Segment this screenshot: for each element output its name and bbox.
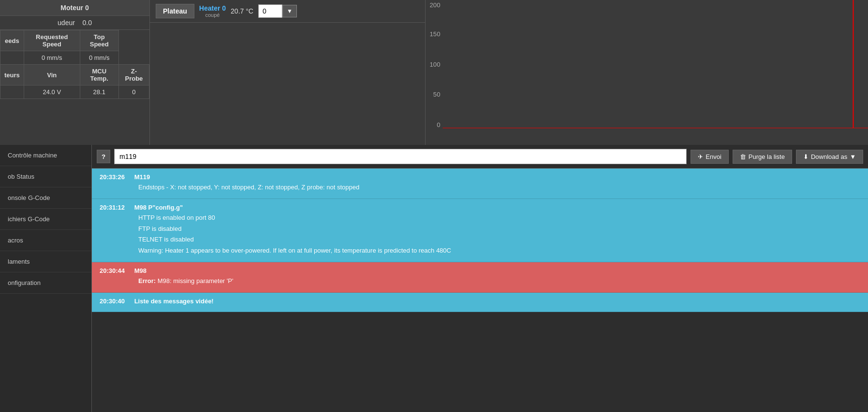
msg-cmd-3: M98 bbox=[134, 267, 147, 274]
msg-block-videe: 20:30:40 Liste des messages vidée! bbox=[92, 293, 868, 312]
msg-cmd-4: Liste des messages vidée! bbox=[134, 298, 214, 305]
heater-bar: Plateau Heater 0 coupé 20.7 °C ▼ bbox=[150, 0, 425, 23]
sidebar-item-configuration[interactable]: onfiguration bbox=[0, 272, 91, 294]
msg-header-m98-error: 20:30:44 M98 bbox=[100, 267, 860, 274]
msg-detail-3: Error: M98: missing parameter 'P' bbox=[100, 276, 860, 286]
purge-button[interactable]: 🗑 Purge la liste bbox=[733, 150, 792, 164]
sidebar-item-job-status[interactable]: ob Status bbox=[0, 166, 91, 187]
sensors-col-label: teurs bbox=[0, 65, 24, 85]
msg-time-1: 20:33:26 bbox=[100, 173, 125, 181]
sidebar-item-filaments[interactable]: laments bbox=[0, 251, 91, 272]
command-input[interactable] bbox=[114, 149, 687, 164]
sidebar-item-fichiers-gcode[interactable]: ichiers G-Code bbox=[0, 209, 91, 230]
msg-detail-line-2b: FTP is disabled bbox=[138, 224, 860, 234]
heater-setpoint-input[interactable] bbox=[258, 4, 282, 18]
heater-dropdown-button[interactable]: ▼ bbox=[282, 5, 297, 17]
requested-speed-val: 0 mm/s bbox=[24, 51, 80, 65]
heater-label: Heater 0 coupé bbox=[199, 4, 226, 18]
left-panel: Moteur 0 udeur 0.0 eeds Requested Speed … bbox=[0, 0, 150, 145]
msg-cmd-1: M119 bbox=[134, 173, 150, 181]
msg-detail-2: HTTP is enabled on port 80 FTP is disabl… bbox=[100, 213, 860, 256]
middle-top: Plateau Heater 0 coupé 20.7 °C ▼ bbox=[150, 0, 426, 145]
plateau-button[interactable]: Plateau bbox=[156, 4, 194, 18]
msg-time-3: 20:30:44 bbox=[100, 267, 125, 274]
svg-text:100: 100 bbox=[429, 61, 440, 68]
msg-detail-1: Endstops - X: not stopped, Y: not stoppe… bbox=[100, 183, 860, 193]
download-icon: ⬇ bbox=[803, 153, 809, 160]
error-label: Error: bbox=[138, 277, 156, 284]
main-bottom: Contrôle machine ob Status onsole G-Code… bbox=[0, 145, 868, 412]
heater-temp: 20.7 °C bbox=[231, 7, 253, 15]
error-msg: M98: missing parameter 'P' bbox=[158, 277, 234, 284]
send-icon: ✈ bbox=[698, 153, 703, 160]
msg-header-m98-config: 20:31:12 M98 P"config.g" bbox=[100, 204, 860, 211]
svg-text:200: 200 bbox=[429, 1, 440, 9]
chart-area: 200 150 100 50 0 bbox=[426, 0, 868, 145]
msg-header-videe: 20:30:40 Liste des messages vidée! bbox=[100, 298, 860, 305]
msg-detail-line-2c: TELNET is disabled bbox=[138, 235, 860, 245]
heater-input-group: ▼ bbox=[258, 4, 297, 18]
sidebar-item-macros[interactable]: acros bbox=[0, 230, 91, 251]
motor-value: udeur 0.0 bbox=[0, 16, 149, 30]
motor-zero-value: 0.0 bbox=[82, 19, 91, 27]
msg-time-4: 20:30:40 bbox=[100, 298, 125, 305]
msg-detail-line-2d: Warning: Heater 1 appears to be over-pow… bbox=[138, 246, 860, 256]
msg-block-m119: 20:33:26 M119 Endstops - X: not stopped,… bbox=[92, 169, 868, 199]
vin-header: Vin bbox=[24, 65, 80, 85]
heater-name: Heater 0 bbox=[199, 4, 226, 12]
speeds-row-empty bbox=[0, 51, 24, 65]
envoi-button[interactable]: ✈ Envoi bbox=[691, 150, 729, 164]
trash-icon: 🗑 bbox=[740, 153, 746, 160]
svg-text:50: 50 bbox=[433, 91, 441, 98]
msg-time-2: 20:31:12 bbox=[100, 204, 125, 211]
vin-val: 24.0 V bbox=[24, 85, 80, 99]
sidebar: Contrôle machine ob Status onsole G-Code… bbox=[0, 145, 92, 412]
sidebar-item-console-gcode[interactable]: onsole G-Code bbox=[0, 187, 91, 209]
chevron-down-icon: ▼ bbox=[850, 153, 856, 160]
msg-block-m98-error: 20:30:44 M98 Error: M98: missing paramet… bbox=[92, 262, 868, 293]
console-area: ? ✈ Envoi 🗑 Purge la liste ⬇ Download as… bbox=[92, 145, 868, 412]
speeds-table: eeds Requested Speed Top Speed 0 mm/s 0 … bbox=[0, 30, 149, 99]
mcu-header: MCU Temp. bbox=[80, 65, 118, 85]
zprobe-header: Z-Probe bbox=[118, 65, 149, 85]
mcu-val: 28.1 bbox=[80, 85, 118, 99]
speeds-col-label: eeds bbox=[0, 30, 24, 51]
console-messages: 20:33:26 M119 Endstops - X: not stopped,… bbox=[92, 169, 868, 412]
udeur-label: udeur bbox=[58, 19, 75, 27]
svg-text:0: 0 bbox=[437, 121, 440, 128]
top-speed-val: 0 mm/s bbox=[80, 51, 118, 65]
msg-error-line: Error: M98: missing parameter 'P' bbox=[138, 276, 860, 286]
svg-text:150: 150 bbox=[429, 30, 440, 38]
sidebar-item-controle[interactable]: Contrôle machine bbox=[0, 145, 91, 166]
msg-detail-line-2a: HTTP is enabled on port 80 bbox=[138, 213, 860, 223]
heater-sub: coupé bbox=[205, 12, 220, 18]
command-bar: ? ✈ Envoi 🗑 Purge la liste ⬇ Download as… bbox=[92, 145, 868, 169]
msg-cmd-2: M98 P"config.g" bbox=[134, 204, 183, 211]
motor-header: Moteur 0 bbox=[0, 0, 149, 16]
sensors-row-empty bbox=[0, 85, 24, 99]
msg-detail-line-1: Endstops - X: not stopped, Y: not stoppe… bbox=[138, 183, 860, 193]
top-section: Moteur 0 udeur 0.0 eeds Requested Speed … bbox=[0, 0, 868, 145]
msg-block-m98-config: 20:31:12 M98 P"config.g" HTTP is enabled… bbox=[92, 199, 868, 262]
download-button[interactable]: ⬇ Download as ▼ bbox=[796, 150, 863, 164]
top-speed-header: Top Speed bbox=[80, 30, 118, 51]
zprobe-val: 0 bbox=[118, 85, 149, 99]
temperature-chart: 200 150 100 50 0 bbox=[426, 0, 868, 145]
requested-speed-header: Requested Speed bbox=[24, 30, 80, 51]
help-button[interactable]: ? bbox=[97, 150, 110, 163]
msg-header-m119: 20:33:26 M119 bbox=[100, 173, 860, 181]
